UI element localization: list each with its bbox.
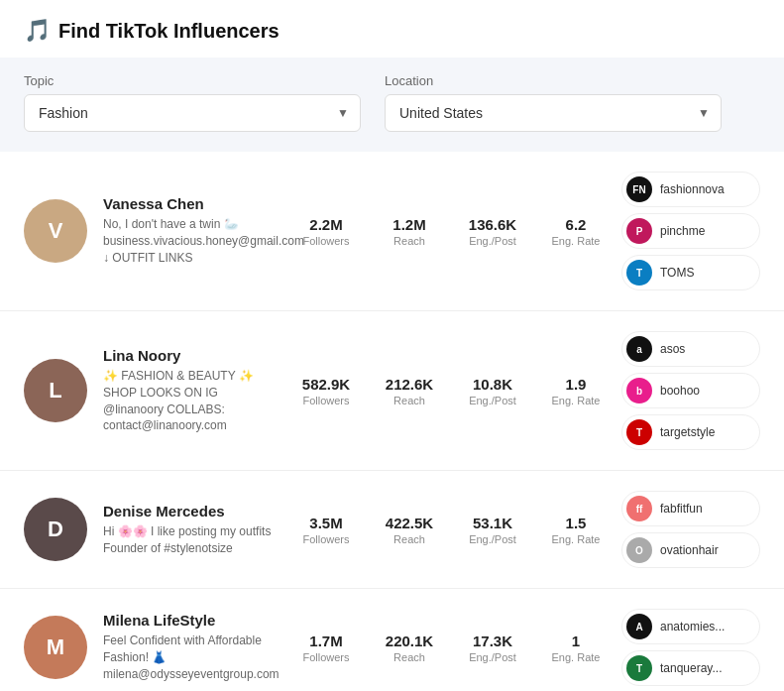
brand-logo: A	[626, 614, 652, 639]
location-filter-group: Location United States United Kingdom Ca…	[385, 73, 722, 132]
stat-value: 2.2M	[296, 216, 356, 233]
brand-logo: T	[626, 419, 652, 445]
stat-label: Eng./Post	[463, 235, 522, 247]
location-select-wrapper[interactable]: United States United Kingdom Canada Aust…	[385, 94, 722, 132]
influencer-info: Denise MercedesHi 🌸🌸 I like posting my o…	[103, 503, 280, 557]
stat-value: 220.1K	[380, 633, 439, 649]
influencers-list: VVanessa ChenNo, I don't have a twin 🦢 b…	[0, 152, 784, 691]
filters-section: Topic Fashion Beauty Fitness Food Travel…	[0, 58, 784, 152]
brand-pill[interactable]: bboohoo	[621, 373, 760, 408]
influencer-name[interactable]: Lina Noory	[103, 347, 280, 364]
brands-section: FNfashionnovaPpinchmeTTOMS	[621, 172, 760, 290]
brand-name: boohoo	[660, 384, 700, 398]
influencer-row: MMilena LifeStyleFeel Confident with Aff…	[0, 589, 784, 691]
influencer-name[interactable]: Denise Mercedes	[103, 503, 280, 519]
influencer-stats: 2.2MFollowers1.2MReach136.6KEng./Post6.2…	[296, 216, 606, 247]
stat-label: Followers	[296, 533, 356, 545]
tiktok-icon: 🎵	[24, 18, 51, 44]
influencer-info: Milena LifeStyleFeel Confident with Affo…	[103, 612, 280, 682]
influencer-info: Lina Noory✨ FASHION & BEAUTY ✨ SHOP LOOK…	[103, 347, 280, 434]
stat-value: 53.1K	[463, 515, 522, 531]
brand-pill[interactable]: Oovationhair	[621, 532, 760, 568]
stat-item: 10.8KEng./Post	[463, 376, 522, 406]
stat-value: 582.9K	[296, 376, 356, 393]
stat-label: Reach	[380, 395, 439, 406]
brand-pill[interactable]: Aanatomies...	[621, 609, 760, 644]
stat-value: 1	[546, 633, 606, 649]
influencer-stats: 582.9KFollowers212.6KReach10.8KEng./Post…	[296, 376, 606, 406]
brand-name: TOMS	[660, 266, 694, 280]
influencer-bio: No, I don't have a twin 🦢 business.vivac…	[103, 216, 280, 266]
stat-value: 1.2M	[380, 216, 439, 233]
brand-logo: a	[626, 336, 652, 362]
stat-value: 212.6K	[380, 376, 439, 393]
page-title: 🎵 Find TikTok Influencers	[24, 18, 760, 44]
stat-label: Followers	[296, 651, 356, 663]
brand-pill[interactable]: fffabfitfun	[621, 491, 760, 526]
stat-label: Eng./Post	[463, 651, 522, 663]
brand-logo: b	[626, 378, 652, 403]
influencer-row: LLina Noory✨ FASHION & BEAUTY ✨ SHOP LOO…	[0, 311, 784, 471]
stat-value: 1.9	[546, 376, 606, 393]
brand-logo: FN	[626, 176, 652, 202]
stat-value: 422.5K	[380, 515, 439, 531]
brand-pill[interactable]: FNfashionnova	[621, 172, 760, 207]
topic-select-wrapper[interactable]: Fashion Beauty Fitness Food Travel ▼	[24, 94, 361, 132]
brand-pill[interactable]: Ppinchme	[621, 213, 760, 249]
location-select[interactable]: United States United Kingdom Canada Aust…	[385, 94, 722, 132]
brand-name: fashionnova	[660, 182, 725, 196]
stat-label: Eng. Rate	[546, 395, 606, 406]
stat-value: 10.8K	[463, 376, 522, 393]
brand-pill[interactable]: TTOMS	[621, 255, 760, 290]
brand-name: targetstyle	[660, 425, 715, 439]
influencer-stats: 3.5MFollowers422.5KReach53.1KEng./Post1.…	[296, 515, 606, 545]
brand-pill[interactable]: Ttanqueray...	[621, 650, 760, 686]
influencer-row: VVanessa ChenNo, I don't have a twin 🦢 b…	[0, 152, 784, 311]
stat-item: 3.5MFollowers	[296, 515, 356, 545]
stat-item: 17.3KEng./Post	[463, 633, 522, 663]
brand-pill[interactable]: aasos	[621, 331, 760, 367]
stat-item: 582.9KFollowers	[296, 376, 356, 406]
influencer-bio: Hi 🌸🌸 I like posting my outfits Founder …	[103, 523, 280, 557]
stat-item: 1.2MReach	[380, 216, 439, 247]
stat-item: 1.5Eng. Rate	[546, 515, 606, 545]
stat-label: Reach	[380, 235, 439, 247]
stat-item: 2.2MFollowers	[296, 216, 356, 247]
stat-item: 422.5KReach	[380, 515, 439, 545]
stat-value: 3.5M	[296, 515, 356, 531]
brand-name: ovationhair	[660, 543, 719, 557]
stat-item: 136.6KEng./Post	[463, 216, 522, 247]
location-label: Location	[385, 73, 722, 88]
brand-logo: P	[626, 218, 652, 244]
stat-label: Reach	[380, 651, 439, 663]
title-text: Find TikTok Influencers	[58, 20, 280, 43]
topic-filter-group: Topic Fashion Beauty Fitness Food Travel…	[24, 73, 361, 132]
stat-item: 53.1KEng./Post	[463, 515, 522, 545]
brand-logo: T	[626, 655, 652, 681]
stat-value: 1.5	[546, 515, 606, 531]
avatar: V	[24, 199, 87, 263]
influencer-row: DDenise MercedesHi 🌸🌸 I like posting my …	[0, 471, 784, 589]
influencer-bio: Feel Confident with Affordable Fashion! …	[103, 633, 280, 682]
topic-select[interactable]: Fashion Beauty Fitness Food Travel	[24, 94, 361, 132]
influencer-bio: ✨ FASHION & BEAUTY ✨ SHOP LOOKS ON IG @l…	[103, 368, 280, 434]
brand-name: tanqueray...	[660, 661, 722, 675]
brand-logo: O	[626, 537, 652, 563]
brand-name: anatomies...	[660, 620, 725, 633]
avatar: M	[24, 616, 87, 679]
influencer-info: Vanessa ChenNo, I don't have a twin 🦢 bu…	[103, 195, 280, 266]
brand-pill[interactable]: Ttargetstyle	[621, 414, 760, 450]
stat-item: 1.7MFollowers	[296, 633, 356, 663]
stat-value: 17.3K	[463, 633, 522, 649]
page-header: 🎵 Find TikTok Influencers	[0, 0, 784, 58]
stat-value: 1.7M	[296, 633, 356, 649]
stat-item: 6.2Eng. Rate	[546, 216, 606, 247]
influencer-name[interactable]: Vanessa Chen	[103, 195, 280, 212]
stat-value: 136.6K	[463, 216, 522, 233]
avatar: L	[24, 359, 87, 422]
stat-label: Followers	[296, 395, 356, 406]
influencer-name[interactable]: Milena LifeStyle	[103, 612, 280, 629]
brand-name: fabfitfun	[660, 502, 703, 516]
avatar: D	[24, 498, 87, 561]
stat-label: Eng. Rate	[546, 235, 606, 247]
